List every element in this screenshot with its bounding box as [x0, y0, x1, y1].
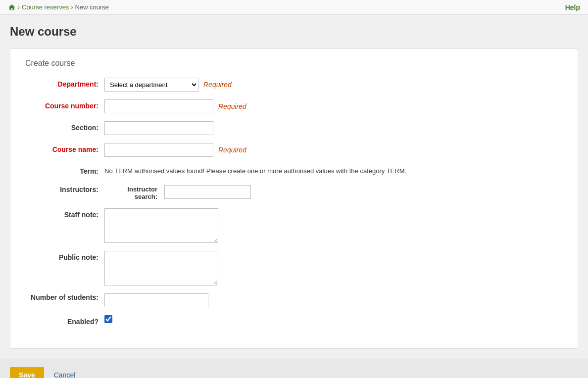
form-card: Create course Department: Select a depar… [10, 48, 578, 349]
enabled-row: Enabled? [25, 315, 563, 326]
instructor-search-label: Instructor search: [104, 183, 161, 200]
term-message: No TERM authorised values found! Please … [104, 165, 406, 175]
instructors-label: Instructors: [25, 183, 104, 193]
public-note-label: Public note: [25, 251, 104, 261]
breadcrumb-left: › Course reserves › New course [8, 3, 109, 11]
page-content: New course Create course Department: Sel… [0, 15, 588, 359]
term-row: Term: No TERM authorised values found! P… [25, 165, 563, 175]
num-students-row: Number of students: [25, 293, 563, 307]
course-number-label: Course number: [25, 99, 104, 110]
page-title: New course [10, 25, 578, 39]
course-number-input[interactable] [104, 99, 213, 113]
instructor-search-input[interactable] [164, 185, 251, 199]
save-button[interactable]: Save [10, 367, 44, 378]
department-row: Department: Select a department Required [25, 78, 563, 92]
section-label: Section: [25, 121, 104, 132]
help-link[interactable]: Help [565, 3, 580, 11]
term-label: Term: [25, 165, 104, 175]
enabled-checkbox[interactable] [104, 315, 112, 323]
instructors-row: Instructors: Instructor search: [25, 183, 563, 200]
department-field: Select a department Required [104, 78, 563, 92]
breadcrumb-bar: › Course reserves › New course Help [0, 0, 588, 15]
enabled-field [104, 315, 563, 323]
course-name-row: Course name: Required [25, 143, 563, 157]
section-input[interactable] [104, 121, 213, 135]
staff-note-textarea[interactable] [104, 208, 218, 243]
public-note-field [104, 251, 563, 285]
course-name-required: Required [218, 146, 246, 154]
cancel-link[interactable]: Cancel [54, 371, 76, 378]
instructors-field: Instructor search: [104, 183, 563, 200]
staff-note-row: Staff note: [25, 208, 563, 243]
course-number-row: Course number: Required [25, 99, 563, 113]
breadcrumb-sep-1: › [18, 4, 20, 11]
form-card-title: Create course [25, 59, 563, 68]
course-name-label: Course name: [25, 143, 104, 153]
staff-note-field [104, 208, 563, 243]
num-students-label: Number of students: [25, 293, 104, 301]
course-name-input[interactable] [104, 143, 213, 157]
breadcrumb-course-reserves[interactable]: Course reserves [22, 3, 69, 11]
bottom-bar: Save Cancel [0, 359, 588, 378]
public-note-textarea[interactable] [104, 251, 218, 285]
department-select[interactable]: Select a department [104, 78, 198, 92]
num-students-input[interactable] [104, 293, 208, 307]
course-number-field: Required [104, 99, 563, 113]
term-field: No TERM authorised values found! Please … [104, 165, 563, 175]
breadcrumb-new-course: New course [75, 3, 109, 11]
section-row: Section: [25, 121, 563, 135]
enabled-label: Enabled? [25, 315, 104, 326]
breadcrumb-sep-2: › [71, 4, 73, 11]
num-students-field [104, 293, 563, 307]
course-number-required: Required [218, 102, 246, 110]
course-name-field: Required [104, 143, 563, 157]
section-field [104, 121, 563, 135]
public-note-row: Public note: [25, 251, 563, 285]
department-label: Department: [25, 78, 104, 88]
home-icon[interactable] [8, 3, 16, 11]
staff-note-label: Staff note: [25, 208, 104, 219]
department-required: Required [203, 81, 232, 89]
